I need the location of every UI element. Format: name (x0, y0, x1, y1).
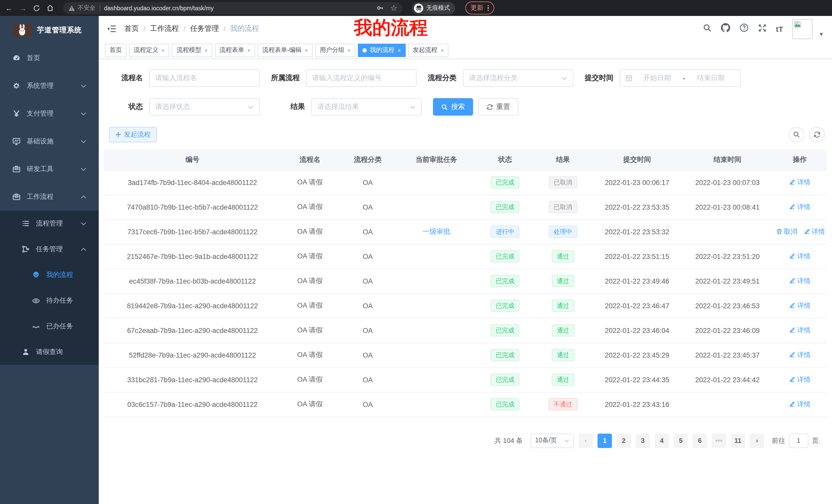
cancel-action[interactable]: 取消 (776, 227, 797, 236)
tab-流程表单-编辑[interactable]: 流程表单-编辑× (258, 44, 313, 57)
sidebar-item-7[interactable]: 流程管理 (0, 211, 99, 236)
cell-task (397, 170, 476, 195)
cell-name: OA 请假 (281, 343, 339, 367)
detail-action[interactable]: 详情 (789, 276, 811, 286)
detail-action[interactable]: 详情 (789, 202, 811, 212)
detail-action[interactable]: 详情 (789, 301, 811, 310)
create-process-button[interactable]: 发起流程 (109, 127, 157, 142)
sidebar-item-5[interactable]: 研发工具 (0, 155, 99, 183)
collapse-menu-icon[interactable] (107, 25, 116, 33)
sidebar-item-1[interactable]: 首页 (0, 44, 99, 72)
app-logo[interactable]: 芋道管理系统 (0, 16, 99, 44)
font-size-icon[interactable]: tT (776, 24, 783, 33)
key-icon[interactable] (376, 4, 384, 12)
prev-page-button[interactable]: ‹ (578, 433, 593, 448)
tab-流程表单[interactable]: 流程表单× (215, 44, 255, 57)
page-button-6[interactable]: 6 (693, 433, 707, 448)
sidebar-item-4[interactable]: 基础设施 (0, 128, 99, 155)
cell-status: 已完成 (476, 195, 534, 219)
sidebar-item-2[interactable]: 系统管理 (0, 72, 99, 100)
next-page-button[interactable]: › (750, 433, 764, 448)
forward-icon[interactable]: → (19, 4, 27, 12)
breadcrumb-item: 我的流程 (230, 24, 259, 33)
reset-button[interactable]: 重置 (478, 98, 518, 116)
page-button-5[interactable]: 5 (674, 433, 688, 448)
tab-我的流程[interactable]: 我的流程× (358, 44, 406, 57)
result-badge: 通过 (552, 324, 574, 337)
goto-page-input[interactable] (789, 433, 808, 448)
page-button-4[interactable]: 4 (655, 433, 669, 448)
refresh-button[interactable] (809, 127, 825, 142)
sidebar-item-8[interactable]: 任务管理 (0, 236, 99, 262)
table-toolbar: 发起流程 (109, 127, 825, 142)
tab-用户分组[interactable]: 用户分组× (315, 44, 356, 57)
close-icon[interactable]: × (161, 47, 165, 53)
detail-action[interactable]: 详情 (789, 351, 811, 360)
page-button-11[interactable]: 11 (731, 433, 745, 448)
github-icon[interactable] (721, 23, 730, 34)
sidebar-item-3[interactable]: 支付管理 (0, 100, 99, 128)
tab-流程模型[interactable]: 流程模型× (172, 44, 212, 57)
chevron-down-icon (562, 76, 567, 80)
close-icon[interactable]: × (440, 47, 444, 53)
cell-task (397, 392, 476, 417)
avatar[interactable] (792, 19, 812, 39)
tab-流程定义[interactable]: 流程定义× (129, 44, 170, 57)
sidebar-item-11[interactable]: 已办任务 (0, 313, 99, 339)
search-icon[interactable] (703, 23, 712, 34)
status-select[interactable]: 请选择状态 (149, 98, 260, 116)
close-icon[interactable]: × (397, 47, 401, 53)
detail-action[interactable]: 详情 (789, 400, 811, 409)
help-icon[interactable] (739, 23, 749, 34)
process-category-select[interactable]: 请选择流程分类 (463, 69, 573, 87)
incognito-label: 无痕模式 (426, 4, 450, 12)
detail-action[interactable]: 详情 (789, 375, 811, 384)
submit-time-daterange[interactable]: 开始日期-结束日期 (620, 69, 741, 87)
home-icon[interactable] (46, 4, 54, 12)
page-size-select[interactable]: 10条/页 (530, 433, 574, 448)
search-button[interactable]: 搜索 (433, 98, 473, 116)
breadcrumb: 首页/工作流程/任务管理/我的流程 (125, 24, 259, 33)
breadcrumb-item[interactable]: 任务管理 (190, 24, 219, 33)
bookmark-star-icon[interactable]: ☆ (390, 3, 397, 13)
close-icon[interactable]: × (305, 47, 308, 53)
sidebar-item-label: 我的流程 (46, 270, 73, 279)
cell-end-time: 2022-01-23 00:08:41 (682, 195, 773, 219)
sidebar-item-10[interactable]: 待办任务 (0, 288, 99, 313)
breadcrumb-item[interactable]: 首页 (125, 24, 139, 33)
cell-id: 7470a810-7b9b-11ec-b5b7-acde48001122 (104, 195, 281, 219)
page-button-3[interactable]: 3 (635, 433, 650, 448)
update-button[interactable]: 更新 (465, 2, 494, 15)
cell-actions: 详情 (773, 195, 827, 219)
cell-actions: 详情 (773, 269, 827, 293)
process-definition-input[interactable]: 请输入流程定义的编号 (306, 69, 417, 87)
result-select[interactable]: 请选择流结果 (311, 98, 422, 116)
close-icon[interactable]: × (347, 47, 351, 53)
process-name-input[interactable]: 请输入流程名 (149, 69, 260, 87)
close-icon[interactable]: × (247, 47, 251, 53)
address-bar[interactable]: 不安全 dashboard.yudao.iocoder.cn/bpm/task/… (63, 2, 402, 14)
reload-icon[interactable] (33, 4, 40, 11)
detail-action[interactable]: 详情 (789, 252, 811, 261)
cell-end-time: 2022-01-23 00:07:03 (682, 170, 773, 195)
close-icon[interactable]: × (204, 47, 208, 53)
edit-icon (789, 253, 796, 260)
avatar-caret-icon[interactable]: ▼ (818, 31, 824, 39)
back-icon[interactable]: ← (5, 4, 13, 12)
tab-首页[interactable]: 首页 (105, 44, 127, 57)
browser-menu-icon[interactable] (488, 5, 489, 11)
sidebar-item-12[interactable]: 请假查询 (0, 339, 99, 365)
page-button-1[interactable]: 1 (598, 433, 612, 448)
task-link[interactable]: 一级审批 (422, 228, 450, 235)
sidebar-item-9[interactable]: 我的流程 (0, 262, 99, 288)
detail-action[interactable]: 详情 (803, 227, 825, 236)
page-ellipsis: ••• (712, 433, 726, 448)
detail-action[interactable]: 详情 (789, 178, 811, 187)
detail-action[interactable]: 详情 (789, 326, 811, 335)
tab-发起流程[interactable]: 发起流程× (408, 44, 448, 57)
toggle-search-button[interactable] (789, 127, 804, 142)
breadcrumb-item[interactable]: 工作流程 (150, 24, 179, 33)
fullscreen-icon[interactable] (758, 23, 767, 34)
sidebar-item-6[interactable]: 工作流程 (0, 183, 99, 211)
page-button-2[interactable]: 2 (617, 433, 631, 448)
